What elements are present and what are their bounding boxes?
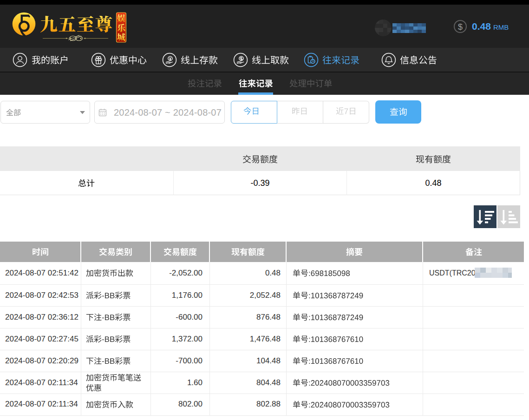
svg-text:$: $ xyxy=(458,22,463,32)
